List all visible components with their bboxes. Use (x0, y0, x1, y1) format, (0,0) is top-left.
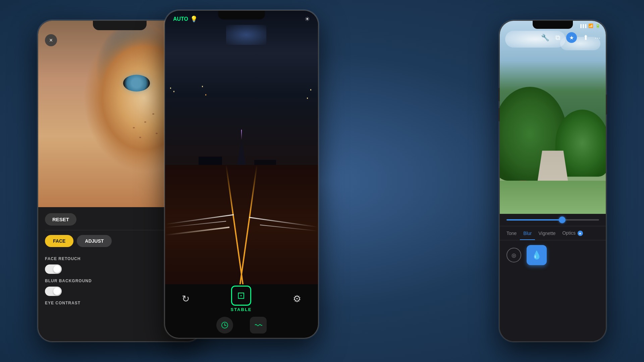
slider-track[interactable] (506, 219, 599, 221)
face-retouch-toggle[interactable] (45, 264, 62, 274)
light-trails (165, 165, 318, 291)
stable-button[interactable]: ⊡ STABLE (230, 286, 252, 312)
streak (249, 217, 318, 228)
tab-blur[interactable]: Blur (520, 227, 535, 240)
window-light (310, 89, 311, 90)
edit-tabs: Tone Blur Vignette Optics ★ (500, 226, 606, 240)
edit-toolbar: 🔧 ⧉ ★ ⬆ ··· (500, 32, 606, 43)
city-scene: ●●● ●● (165, 11, 318, 291)
slider-thumb[interactable] (559, 217, 566, 223)
timer-icon (221, 321, 229, 329)
right-notch (533, 21, 573, 29)
phone-right: ▐▐▐ 📶 🔋 🔧 ⧉ ★ ⬆ ··· (499, 20, 606, 342)
layers-button[interactable]: ⧉ (555, 34, 560, 42)
freckle (133, 127, 135, 128)
tab-adjust[interactable]: ADJUST (77, 235, 112, 247)
freckle (156, 133, 158, 134)
nature-photo (500, 21, 606, 221)
wifi-icon: 📶 (588, 23, 593, 28)
phone-center-screen: AUTO 💡 ☀ (165, 11, 318, 338)
camera-btn-row: ↻ ⊡ STABLE ⚙ (165, 286, 318, 312)
slider-container (500, 214, 606, 226)
more-button[interactable]: ··· (595, 34, 600, 42)
signal-icon: ▐▐▐ (579, 24, 586, 28)
tab-tone[interactable]: Tone (503, 227, 520, 240)
close-button[interactable]: × (45, 34, 57, 46)
tab-optics[interactable]: Optics ★ (559, 226, 586, 240)
export-button[interactable]: ⬆ (583, 34, 589, 42)
shutter-area (216, 317, 267, 337)
battery-icon: 🔋 (595, 23, 600, 28)
reset-button[interactable]: RESET (45, 213, 76, 226)
refresh-button[interactable]: ↻ (182, 293, 190, 304)
auto-label: AUTO 💡 (173, 15, 198, 23)
phone-right-screen: ▐▐▐ 📶 🔋 🔧 ⧉ ★ ⬆ ··· (500, 21, 606, 341)
pyramid-light (241, 130, 242, 140)
wave-icon (254, 321, 262, 329)
center-notch (218, 11, 265, 19)
optics-badge: ★ (578, 231, 583, 236)
window-light (202, 86, 203, 87)
nature-scene (500, 21, 606, 221)
freckle (144, 121, 146, 123)
close-icon: × (49, 37, 53, 44)
streak (166, 214, 234, 225)
dot-icon: ◎ (512, 252, 516, 258)
eye (123, 75, 150, 92)
dot-brush[interactable]: ◎ (506, 248, 521, 262)
window-light (173, 91, 174, 92)
camera-controls: ↻ ⊡ STABLE ⚙ (165, 284, 318, 338)
sky-glow (226, 25, 266, 45)
brush-options: ◎ 💧 (500, 240, 606, 270)
favorite-button[interactable]: ★ (566, 32, 577, 43)
phone-center: AUTO 💡 ☀ (164, 10, 319, 339)
wave-button[interactable] (250, 317, 267, 334)
tab-vignette[interactable]: Vignette (535, 227, 559, 240)
notch (93, 21, 147, 30)
blur-background-toggle[interactable] (45, 287, 62, 296)
timer-button[interactable] (216, 317, 233, 334)
right-power[interactable] (606, 95, 607, 115)
phones-container: × EXP RESET ↩ FACE (0, 0, 644, 362)
tab-face[interactable]: FACE (45, 235, 73, 247)
streak (165, 221, 226, 228)
streak (165, 227, 229, 236)
stable-icon: ⊡ (231, 286, 251, 306)
drop-icon: 💧 (532, 250, 542, 260)
tools-button[interactable]: 🔧 (541, 34, 549, 42)
camera-photo: ●●● ●● (165, 11, 318, 291)
right-status-bar: ▐▐▐ 📶 🔋 (579, 23, 600, 28)
settings-button[interactable]: ⚙ (293, 293, 301, 304)
window-light (307, 98, 308, 99)
brightness-icon: ☀ (305, 15, 310, 23)
star-icon: ★ (569, 35, 574, 41)
window-light (170, 87, 171, 89)
window-light (205, 94, 206, 96)
bulb-icon: 💡 (190, 15, 198, 23)
slider-fill (506, 219, 562, 221)
freckle (152, 113, 154, 115)
edit-panel: Tone Blur Vignette Optics ★ (500, 214, 606, 341)
freckle (139, 137, 141, 138)
drop-brush[interactable]: 💧 (527, 245, 547, 265)
